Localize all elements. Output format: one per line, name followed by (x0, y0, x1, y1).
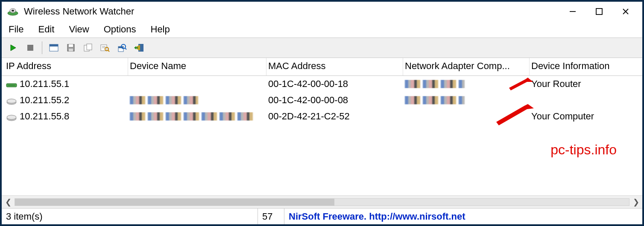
toolbar (2, 38, 642, 58)
status-count: 57 (258, 209, 284, 224)
svg-marker-7 (11, 45, 16, 51)
svg-rect-10 (50, 44, 58, 46)
scroll-thumb[interactable] (15, 199, 334, 206)
column-mac[interactable]: MAC Address (266, 58, 403, 75)
cell-info: Your Router (531, 78, 581, 90)
scroll-right-icon[interactable]: ❯ (629, 197, 642, 207)
column-ip[interactable]: IP Address (2, 58, 128, 75)
stop-button[interactable] (23, 41, 38, 55)
cell-ip: 10.211.55.1 (20, 78, 69, 90)
cell-adapter-blurred (405, 96, 465, 104)
table-header: IP Address Device Name MAC Address Netwo… (2, 58, 642, 76)
svg-point-34 (7, 115, 16, 119)
cell-ip: 10.211.55.8 (20, 111, 69, 122)
svg-line-24 (125, 48, 126, 49)
cell-device-blurred (130, 112, 254, 121)
menu-edit[interactable]: Edit (35, 22, 62, 37)
minimize-button[interactable] (559, 3, 586, 20)
exit-button[interactable] (132, 41, 146, 55)
advanced-options-button[interactable] (115, 41, 129, 55)
status-bar: 3 item(s) 57 NirSoft Freeware. http://ww… (2, 208, 642, 224)
column-adapter[interactable]: Network Adapter Comp... (403, 58, 530, 75)
svg-marker-28 (134, 46, 136, 49)
copy-button[interactable] (81, 41, 95, 55)
cell-mac: 00-2D-42-21-C2-52 (268, 111, 350, 122)
svg-rect-22 (118, 46, 123, 48)
save-button[interactable] (64, 41, 78, 55)
svg-point-32 (7, 99, 16, 103)
scroll-track[interactable] (15, 198, 629, 206)
app-icon (7, 7, 19, 16)
menu-options[interactable]: Options (101, 22, 144, 37)
svg-point-2 (12, 10, 14, 12)
svg-rect-4 (596, 9, 602, 14)
toolbar-separator (42, 41, 42, 54)
close-button[interactable] (612, 3, 639, 20)
menu-bar: File Edit View Options Help (2, 21, 642, 38)
svg-rect-8 (27, 45, 33, 51)
properties-button[interactable] (47, 41, 61, 55)
device-icon (6, 113, 17, 120)
cell-mac: 00-1C-42-00-00-18 (268, 78, 348, 90)
cell-device-blurred (130, 96, 198, 104)
menu-view[interactable]: View (66, 22, 97, 37)
horizontal-scrollbar[interactable]: ❮ ❯ (2, 195, 642, 208)
cell-adapter-blurred (405, 80, 465, 88)
cell-mac: 00-1C-42-00-00-08 (268, 95, 348, 106)
play-button[interactable] (6, 41, 20, 55)
table-row[interactable]: 10.211.55.8 00-2D-42-21-C2-52 Your Compu… (2, 108, 642, 125)
table-body: 10.211.55.1 00-1C-42-00-00-18 Your Route… (2, 76, 642, 195)
title-bar: Wireless Network Watcher (2, 2, 642, 21)
svg-line-20 (108, 50, 109, 52)
svg-rect-15 (87, 44, 92, 50)
svg-rect-13 (69, 49, 73, 51)
router-icon (6, 80, 17, 88)
column-info[interactable]: Device Information (530, 58, 642, 75)
menu-help[interactable]: Help (148, 22, 178, 37)
cell-ip: 10.211.55.2 (20, 95, 69, 106)
scroll-left-icon[interactable]: ❮ (2, 197, 15, 207)
watermark-text: pc-tips.info (550, 142, 617, 158)
table-row[interactable]: 10.211.55.1 00-1C-42-00-00-18 Your Route… (2, 76, 642, 92)
svg-rect-12 (69, 44, 73, 47)
status-link[interactable]: NirSoft Freeware. http://www.nirsoft.net (284, 209, 470, 224)
column-device[interactable]: Device Name (128, 58, 266, 75)
device-icon (6, 96, 17, 104)
menu-file[interactable]: File (6, 22, 31, 37)
table-row[interactable]: 10.211.55.2 00-1C-42-00-00-08 (2, 92, 642, 108)
maximize-button[interactable] (586, 3, 612, 20)
cell-info: Your Computer (531, 111, 594, 122)
status-items: 3 item(s) (2, 209, 258, 224)
find-button[interactable] (98, 41, 112, 55)
window-title: Wireless Network Watcher (24, 6, 559, 17)
